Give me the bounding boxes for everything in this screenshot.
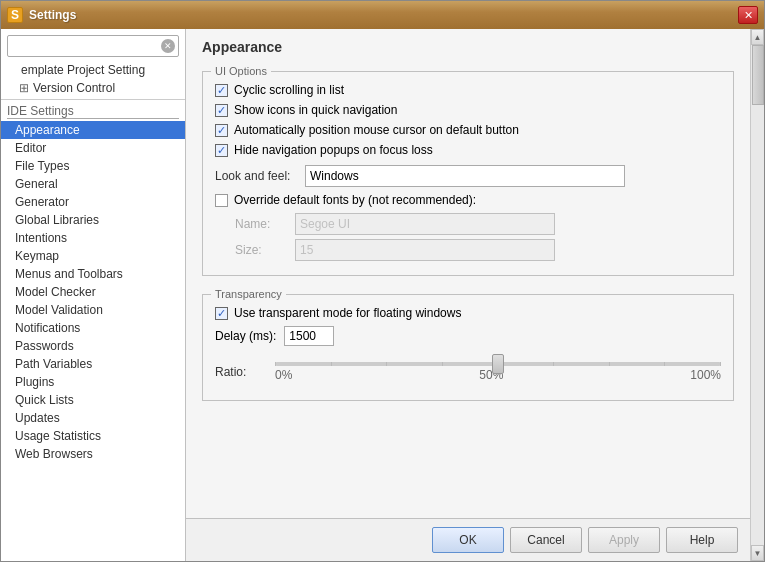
font-name-row: Name: Segoe UI (235, 213, 721, 235)
cyclic-scrolling-checkbox[interactable]: ✓ (215, 84, 228, 97)
search-input[interactable] (7, 35, 179, 57)
look-and-feel-label: Look and feel: (215, 169, 295, 183)
sidebar-item-generator[interactable]: Generator (1, 193, 185, 211)
title-bar: S Settings ✕ (1, 1, 764, 29)
tick (553, 362, 554, 366)
sidebar-item-passwords[interactable]: Passwords (1, 337, 185, 355)
checkbox-row-cyclic: ✓ Cyclic scrolling in list (215, 83, 721, 97)
check-icon: ✓ (217, 145, 226, 156)
scroll-down-button[interactable]: ▼ (751, 545, 764, 561)
sidebar: ✕ emplate Project Setting ⊞ Version Cont… (1, 29, 186, 561)
show-icons-checkbox[interactable]: ✓ (215, 104, 228, 117)
sidebar-item-global-libraries[interactable]: Global Libraries (1, 211, 185, 229)
sidebar-item-general[interactable]: General (1, 175, 185, 193)
look-and-feel-select[interactable]: Windows Metal Nimbus (305, 165, 625, 187)
sidebar-item-intentions[interactable]: Intentions (1, 229, 185, 247)
bottom-bar: OK Cancel Apply Help (186, 518, 750, 561)
use-transparent-row: ✓ Use transparent mode for floating wind… (215, 306, 721, 320)
checkbox-row-icons: ✓ Show icons in quick navigation (215, 103, 721, 117)
override-fonts-label: Override default fonts by (not recommend… (234, 193, 476, 207)
title-bar-left: S Settings (7, 7, 76, 23)
tick (609, 362, 610, 366)
scroll-up-button[interactable]: ▲ (751, 29, 764, 45)
font-name-label: Name: (235, 217, 285, 231)
ide-settings-header: IDE Settings (1, 99, 185, 121)
transparency-group: Transparency ✓ Use transparent mode for … (202, 288, 734, 401)
cyclic-scrolling-label: Cyclic scrolling in list (234, 83, 344, 97)
sidebar-item-path-variables[interactable]: Path Variables (1, 355, 185, 373)
show-icons-label: Show icons in quick navigation (234, 103, 397, 117)
delay-row: Delay (ms): (215, 326, 721, 346)
tick (664, 362, 665, 366)
delay-input[interactable] (284, 326, 334, 346)
slider-track (275, 362, 721, 366)
appearance-panel: Appearance UI Options ✓ Cyclic scrolling… (186, 29, 750, 518)
sidebar-item-appearance[interactable]: Appearance (1, 121, 185, 139)
auto-cursor-label: Automatically position mouse cursor on d… (234, 123, 519, 137)
sidebar-item-notifications[interactable]: Notifications (1, 319, 185, 337)
tick (442, 362, 443, 366)
scrollbar-thumb-area (751, 45, 764, 545)
ratio-slider-section: Ratio: (215, 354, 721, 390)
sidebar-item-menus-toolbars[interactable]: Menus and Toolbars (1, 265, 185, 283)
close-button[interactable]: ✕ (738, 6, 758, 24)
sidebar-item-quick-lists[interactable]: Quick Lists (1, 391, 185, 409)
auto-cursor-checkbox[interactable]: ✓ (215, 124, 228, 137)
window-title: Settings (29, 8, 76, 22)
font-size-label: Size: (235, 243, 285, 257)
sidebar-search-area: ✕ (1, 29, 185, 61)
settings-window: S Settings ✕ ✕ emplate Project Setting ⊞ (0, 0, 765, 562)
checkbox-row-cursor: ✓ Automatically position mouse cursor on… (215, 123, 721, 137)
sidebar-item-web-browsers[interactable]: Web Browsers (1, 445, 185, 463)
apply-button[interactable]: Apply (588, 527, 660, 553)
app-icon: S (7, 7, 23, 23)
font-size-select[interactable]: 15 (295, 239, 555, 261)
hide-popups-checkbox[interactable]: ✓ (215, 144, 228, 157)
main-panel: Appearance UI Options ✓ Cyclic scrolling… (186, 29, 750, 561)
check-icon: ✓ (217, 125, 226, 136)
fonts-sub-form: Name: Segoe UI Size: (235, 213, 721, 261)
sidebar-list: emplate Project Setting ⊞ Version Contro… (1, 61, 185, 561)
hide-popups-label: Hide navigation popups on focus loss (234, 143, 433, 157)
sidebar-item-template-project[interactable]: emplate Project Setting (1, 61, 185, 79)
font-name-select[interactable]: Segoe UI (295, 213, 555, 235)
sidebar-item-updates[interactable]: Updates (1, 409, 185, 427)
sidebar-item-keymap[interactable]: Keymap (1, 247, 185, 265)
help-button[interactable]: Help (666, 527, 738, 553)
transparency-body: ✓ Use transparent mode for floating wind… (203, 300, 733, 400)
tick (331, 362, 332, 366)
ui-options-body: ✓ Cyclic scrolling in list ✓ Show icons … (203, 77, 733, 275)
sidebar-item-model-checker[interactable]: Model Checker (1, 283, 185, 301)
check-icon: ✓ (217, 105, 226, 116)
use-transparent-label: Use transparent mode for floating window… (234, 306, 461, 320)
sidebar-item-usage-statistics[interactable]: Usage Statistics (1, 427, 185, 445)
override-fonts-checkbox[interactable] (215, 194, 228, 207)
check-icon: ✓ (217, 85, 226, 96)
tick (720, 362, 721, 366)
sidebar-item-plugins[interactable]: Plugins (1, 373, 185, 391)
cancel-button[interactable]: Cancel (510, 527, 582, 553)
check-icon: ✓ (217, 308, 226, 319)
use-transparent-checkbox[interactable]: ✓ (215, 307, 228, 320)
checkbox-row-popups: ✓ Hide navigation popups on focus loss (215, 143, 721, 157)
ratio-label: Ratio: (215, 365, 265, 379)
font-name-select-wrapper: Segoe UI (295, 213, 615, 235)
sidebar-item-version-control[interactable]: ⊞ Version Control (1, 79, 185, 97)
sidebar-item-editor[interactable]: Editor (1, 139, 185, 157)
slider-label-0: 0% (275, 368, 292, 382)
ok-button[interactable]: OK (432, 527, 504, 553)
delay-label: Delay (ms): (215, 329, 276, 343)
sidebar-item-model-validation[interactable]: Model Validation (1, 301, 185, 319)
look-and-feel-row: Look and feel: Windows Metal Nimbus (215, 165, 721, 187)
tick (386, 362, 387, 366)
sidebar-item-file-types[interactable]: File Types (1, 157, 185, 175)
ratio-row: Ratio: (215, 354, 721, 390)
content-area: ✕ emplate Project Setting ⊞ Version Cont… (1, 29, 764, 561)
search-clear-button[interactable]: ✕ (161, 39, 175, 53)
ui-options-legend: UI Options (211, 65, 271, 77)
override-fonts-row: Override default fonts by (not recommend… (215, 193, 721, 207)
ui-options-group: UI Options ✓ Cyclic scrolling in list ✓ (202, 65, 734, 276)
scrollbar-thumb[interactable] (752, 45, 764, 105)
transparency-legend: Transparency (211, 288, 286, 300)
slider-thumb[interactable] (492, 354, 504, 374)
